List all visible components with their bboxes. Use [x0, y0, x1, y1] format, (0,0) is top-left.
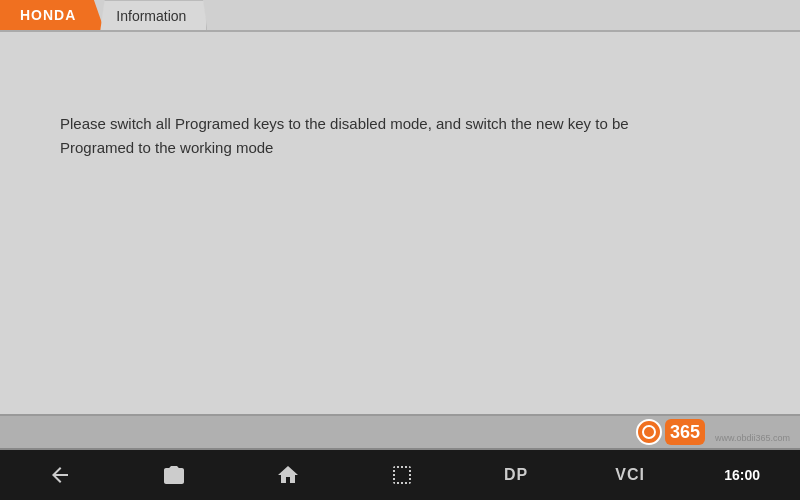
honda-tab-label: HONDA [20, 7, 76, 23]
logo-area: 365 www.obdii365.com [636, 419, 790, 445]
website-label: www.obdii365.com [715, 433, 790, 445]
dp-button[interactable]: DP [496, 455, 536, 495]
back-button[interactable] [40, 455, 80, 495]
logo-circle-inner [642, 425, 656, 439]
home-button[interactable] [268, 455, 308, 495]
honda-tab[interactable]: HONDA [0, 0, 104, 30]
info-message-line1: Please switch all Programed keys to the … [60, 115, 629, 132]
dp-label: DP [504, 466, 528, 484]
logo-circle [636, 419, 662, 445]
main-content-area: Please switch all Programed keys to the … [0, 32, 800, 414]
pages-button[interactable] [382, 455, 422, 495]
vci-button[interactable]: VCI [610, 455, 650, 495]
separator-bar: 365 www.obdii365.com [0, 414, 800, 450]
logo-number: 365 [670, 423, 700, 441]
logo-badge: 365 [665, 419, 705, 445]
vci-label: VCI [615, 466, 645, 484]
camera-button[interactable] [154, 455, 194, 495]
info-message-line2: Programed to the working mode [60, 139, 273, 156]
clock-time: 16:00 [724, 467, 760, 483]
header-tab-bar: HONDA Information [0, 0, 800, 32]
info-message: Please switch all Programed keys to the … [60, 112, 629, 160]
information-tab-label: Information [116, 8, 186, 24]
bottom-navigation: DP VCI 16:00 [0, 450, 800, 500]
time-display: 16:00 [724, 467, 760, 483]
obdii-logo-wrapper: 365 [636, 419, 705, 445]
information-tab[interactable]: Information [100, 0, 207, 30]
